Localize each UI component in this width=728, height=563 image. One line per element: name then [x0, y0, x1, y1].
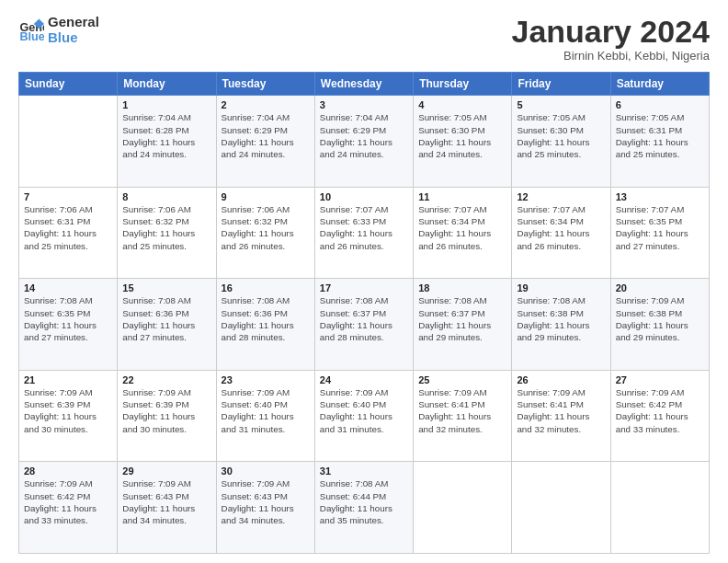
calendar-cell: 14Sunrise: 7:08 AM Sunset: 6:35 PM Dayli… — [19, 279, 118, 371]
calendar-cell: 23Sunrise: 7:09 AM Sunset: 6:40 PM Dayli… — [216, 370, 314, 462]
calendar-cell: 1Sunrise: 7:04 AM Sunset: 6:28 PM Daylig… — [118, 96, 216, 188]
day-detail: Sunrise: 7:08 AM Sunset: 6:37 PM Dayligh… — [418, 294, 506, 343]
day-number: 3 — [320, 99, 408, 110]
day-number: 15 — [122, 282, 210, 293]
day-number: 20 — [616, 282, 704, 293]
day-detail: Sunrise: 7:09 AM Sunset: 6:40 PM Dayligh… — [320, 386, 408, 435]
day-number: 29 — [122, 465, 210, 477]
calendar-cell: 21Sunrise: 7:09 AM Sunset: 6:39 PM Dayli… — [19, 370, 118, 462]
day-number: 16 — [222, 282, 310, 293]
day-number: 30 — [222, 465, 310, 477]
day-number: 10 — [320, 191, 408, 202]
calendar-cell — [19, 96, 118, 188]
calendar-cell: 7Sunrise: 7:06 AM Sunset: 6:31 PM Daylig… — [19, 187, 118, 279]
weekday-header: Thursday — [414, 73, 512, 96]
day-detail: Sunrise: 7:09 AM Sunset: 6:39 PM Dayligh… — [122, 386, 210, 435]
calendar-cell: 8Sunrise: 7:06 AM Sunset: 6:32 PM Daylig… — [118, 187, 216, 279]
logo: General Blue General Blue — [18, 15, 99, 45]
day-number: 28 — [24, 465, 112, 477]
day-detail: Sunrise: 7:09 AM Sunset: 6:41 PM Dayligh… — [517, 386, 605, 435]
day-detail: Sunrise: 7:05 AM Sunset: 6:30 PM Dayligh… — [517, 111, 605, 160]
day-number: 24 — [320, 374, 408, 385]
day-number: 12 — [517, 191, 605, 202]
day-detail: Sunrise: 7:09 AM Sunset: 6:42 PM Dayligh… — [616, 386, 704, 435]
day-detail: Sunrise: 7:09 AM Sunset: 6:43 PM Dayligh… — [222, 477, 310, 526]
calendar-cell: 28Sunrise: 7:09 AM Sunset: 6:42 PM Dayli… — [19, 462, 118, 554]
day-number: 25 — [418, 374, 506, 385]
day-detail: Sunrise: 7:08 AM Sunset: 6:36 PM Dayligh… — [122, 294, 210, 343]
day-detail: Sunrise: 7:07 AM Sunset: 6:33 PM Dayligh… — [320, 203, 408, 252]
day-detail: Sunrise: 7:08 AM Sunset: 6:35 PM Dayligh… — [24, 294, 112, 343]
calendar-cell: 4Sunrise: 7:05 AM Sunset: 6:30 PM Daylig… — [414, 96, 512, 188]
calendar-cell: 16Sunrise: 7:08 AM Sunset: 6:36 PM Dayli… — [216, 279, 314, 371]
calendar-cell — [414, 462, 512, 554]
calendar-week-row: 1Sunrise: 7:04 AM Sunset: 6:28 PM Daylig… — [19, 96, 710, 188]
day-detail: Sunrise: 7:05 AM Sunset: 6:30 PM Dayligh… — [418, 111, 506, 160]
calendar-cell: 12Sunrise: 7:07 AM Sunset: 6:34 PM Dayli… — [512, 187, 610, 279]
calendar-cell: 9Sunrise: 7:06 AM Sunset: 6:32 PM Daylig… — [216, 187, 314, 279]
calendar-cell: 30Sunrise: 7:09 AM Sunset: 6:43 PM Dayli… — [216, 462, 314, 554]
calendar-cell: 6Sunrise: 7:05 AM Sunset: 6:31 PM Daylig… — [610, 96, 709, 188]
day-number: 1 — [122, 99, 210, 110]
calendar-cell: 3Sunrise: 7:04 AM Sunset: 6:29 PM Daylig… — [314, 96, 413, 188]
calendar-cell: 2Sunrise: 7:04 AM Sunset: 6:29 PM Daylig… — [216, 96, 314, 188]
day-number: 13 — [616, 191, 704, 202]
calendar-cell: 20Sunrise: 7:09 AM Sunset: 6:38 PM Dayli… — [610, 279, 709, 371]
day-number: 4 — [418, 99, 506, 110]
page: General Blue General Blue January 2024 B… — [0, 0, 728, 563]
day-detail: Sunrise: 7:08 AM Sunset: 6:36 PM Dayligh… — [222, 294, 310, 343]
day-detail: Sunrise: 7:09 AM Sunset: 6:40 PM Dayligh… — [222, 386, 310, 435]
calendar-cell: 25Sunrise: 7:09 AM Sunset: 6:41 PM Dayli… — [414, 370, 512, 462]
weekday-header: Friday — [512, 73, 610, 96]
calendar: SundayMondayTuesdayWednesdayThursdayFrid… — [18, 72, 710, 554]
calendar-week-row: 21Sunrise: 7:09 AM Sunset: 6:39 PM Dayli… — [19, 370, 710, 462]
calendar-week-row: 7Sunrise: 7:06 AM Sunset: 6:31 PM Daylig… — [19, 187, 710, 279]
day-detail: Sunrise: 7:06 AM Sunset: 6:31 PM Dayligh… — [24, 203, 112, 252]
day-number: 9 — [222, 191, 310, 202]
day-number: 17 — [320, 282, 408, 293]
day-detail: Sunrise: 7:09 AM Sunset: 6:38 PM Dayligh… — [616, 294, 704, 343]
day-detail: Sunrise: 7:09 AM Sunset: 6:39 PM Dayligh… — [24, 386, 112, 435]
day-detail: Sunrise: 7:08 AM Sunset: 6:37 PM Dayligh… — [320, 294, 408, 343]
day-number: 11 — [418, 191, 506, 202]
logo-line2: Blue — [48, 30, 99, 46]
day-number: 22 — [122, 374, 210, 385]
day-number: 8 — [122, 191, 210, 202]
header: General Blue General Blue January 2024 B… — [18, 15, 710, 63]
day-number: 18 — [418, 282, 506, 293]
day-number: 27 — [616, 374, 704, 385]
day-detail: Sunrise: 7:08 AM Sunset: 6:38 PM Dayligh… — [517, 294, 605, 343]
day-number: 19 — [517, 282, 605, 293]
calendar-week-row: 28Sunrise: 7:09 AM Sunset: 6:42 PM Dayli… — [19, 462, 710, 554]
calendar-cell: 15Sunrise: 7:08 AM Sunset: 6:36 PM Dayli… — [118, 279, 216, 371]
calendar-week-row: 14Sunrise: 7:08 AM Sunset: 6:35 PM Dayli… — [19, 279, 710, 371]
calendar-cell: 17Sunrise: 7:08 AM Sunset: 6:37 PM Dayli… — [314, 279, 413, 371]
weekday-header: Sunday — [19, 73, 118, 96]
day-detail: Sunrise: 7:04 AM Sunset: 6:29 PM Dayligh… — [222, 111, 310, 160]
day-number: 31 — [320, 465, 408, 477]
day-detail: Sunrise: 7:09 AM Sunset: 6:43 PM Dayligh… — [122, 477, 210, 526]
calendar-cell — [512, 462, 610, 554]
weekday-header: Wednesday — [314, 73, 413, 96]
title-block: January 2024 Birnin Kebbi, Kebbi, Nigeri… — [512, 15, 711, 63]
calendar-cell: 5Sunrise: 7:05 AM Sunset: 6:30 PM Daylig… — [512, 96, 610, 188]
calendar-cell: 24Sunrise: 7:09 AM Sunset: 6:40 PM Dayli… — [314, 370, 413, 462]
day-detail: Sunrise: 7:06 AM Sunset: 6:32 PM Dayligh… — [122, 203, 210, 252]
weekday-header: Tuesday — [216, 73, 314, 96]
weekday-header: Saturday — [610, 73, 709, 96]
day-number: 21 — [24, 374, 112, 385]
day-number: 23 — [222, 374, 310, 385]
calendar-cell: 27Sunrise: 7:09 AM Sunset: 6:42 PM Dayli… — [610, 370, 709, 462]
day-detail: Sunrise: 7:07 AM Sunset: 6:34 PM Dayligh… — [418, 203, 506, 252]
location: Birnin Kebbi, Kebbi, Nigeria — [512, 49, 711, 63]
calendar-cell — [610, 462, 709, 554]
day-number: 7 — [24, 191, 112, 202]
calendar-cell: 29Sunrise: 7:09 AM Sunset: 6:43 PM Dayli… — [118, 462, 216, 554]
day-detail: Sunrise: 7:04 AM Sunset: 6:29 PM Dayligh… — [320, 111, 408, 160]
day-detail: Sunrise: 7:09 AM Sunset: 6:41 PM Dayligh… — [418, 386, 506, 435]
day-number: 5 — [517, 99, 605, 110]
calendar-cell: 18Sunrise: 7:08 AM Sunset: 6:37 PM Dayli… — [414, 279, 512, 371]
calendar-cell: 10Sunrise: 7:07 AM Sunset: 6:33 PM Dayli… — [314, 187, 413, 279]
day-detail: Sunrise: 7:07 AM Sunset: 6:35 PM Dayligh… — [616, 203, 704, 252]
day-number: 14 — [24, 282, 112, 293]
